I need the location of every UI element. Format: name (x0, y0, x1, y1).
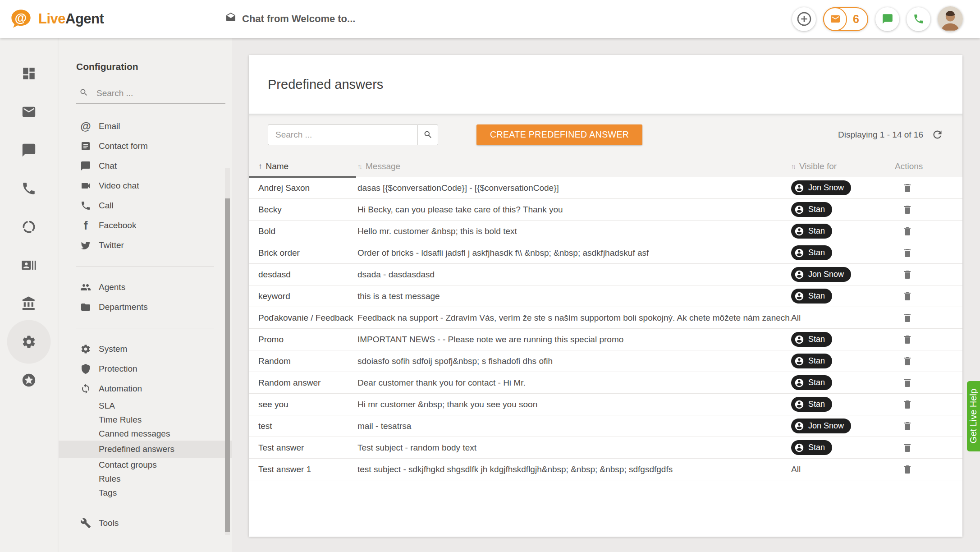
delete-button[interactable] (902, 399, 913, 410)
chats-button[interactable] (875, 7, 899, 31)
config-subitem-canned-messages[interactable]: Canned messages (59, 427, 232, 441)
delete-button[interactable] (902, 421, 913, 432)
rail-item-upgrade[interactable] (17, 368, 41, 392)
table-row[interactable]: Brick orderOrder of bricks - ldsafli jad… (249, 242, 962, 264)
config-item-chat[interactable]: Chat (59, 156, 232, 176)
delete-button[interactable] (902, 313, 913, 323)
column-header-name[interactable]: ↑ Name (249, 161, 357, 171)
table-row[interactable]: Randomsdoiasfo sofih sdfoij spofj&nbsp; … (249, 350, 962, 372)
column-header-visible-for[interactable]: ↑↓ Visible for (791, 161, 895, 171)
rail-item-contacts[interactable] (17, 253, 41, 277)
table-row[interactable]: BoldHello mr. customer &nbsp; this is bo… (249, 221, 962, 242)
user-avatar[interactable] (938, 6, 963, 32)
rail-item-tickets[interactable] (17, 100, 41, 124)
rail-item-chats[interactable] (17, 138, 41, 162)
top-bar: @ LiveAgent Chat from Welcome to... 6 (0, 0, 980, 38)
refresh-button[interactable] (931, 129, 943, 141)
envelope-open-icon (225, 12, 236, 26)
delete-button[interactable] (902, 356, 913, 367)
config-item-twitter[interactable]: Twitter (59, 235, 232, 255)
cell-actions (895, 356, 962, 367)
doc-icon (80, 141, 91, 152)
agent-badge-label: Stan (808, 291, 825, 301)
table-row[interactable]: Random answerDear customer thank you for… (249, 372, 962, 394)
config-item-facebook[interactable]: fFacebook (59, 216, 232, 235)
delete-button[interactable] (902, 377, 913, 388)
config-item-call[interactable]: Call (59, 196, 232, 216)
delete-button[interactable] (902, 442, 913, 453)
table-row[interactable]: Test answerTest subject - random body te… (249, 437, 962, 459)
table-row[interactable]: see youHi mr customer &nbsp; thank you s… (249, 394, 962, 415)
sync-icon (80, 383, 91, 394)
topbar-actions: 6 (792, 6, 963, 32)
table-row[interactable]: keywordthis is a test messageStan (249, 285, 962, 307)
table-row[interactable]: Poďakovanie / FeedbackFeedback na suppor… (249, 307, 962, 329)
table-row[interactable]: Andrej Saxondasas [{$conversationCode}] … (249, 177, 962, 199)
agent-badge-label: Stan (808, 335, 825, 344)
menu-divider (76, 266, 214, 267)
logo-bubble-icon: @ (9, 7, 32, 31)
tickets-counter-button[interactable]: 6 (823, 7, 868, 31)
config-subitem-tags[interactable]: Tags (59, 486, 232, 500)
liveagent-logo[interactable]: @ LiveAgent (9, 7, 104, 31)
rail-item-dashboard[interactable] (17, 62, 41, 85)
config-item-agents[interactable]: Agents (59, 277, 232, 297)
table-row[interactable]: Test answer 1test subject - sdkjfhgkd sh… (249, 459, 962, 480)
config-subitem-sla[interactable]: SLA (59, 399, 232, 413)
delete-button[interactable] (902, 248, 913, 258)
table-search-input[interactable] (268, 124, 417, 145)
create-predefined-answer-button[interactable]: CREATE PREDEFINED ANSWER (476, 124, 642, 145)
config-item-contact-form[interactable]: Contact form (59, 136, 232, 156)
delete-button[interactable] (902, 183, 913, 193)
delete-button[interactable] (902, 291, 913, 302)
config-item-automation[interactable]: Automation (59, 379, 232, 399)
config-item-tools[interactable]: Tools (59, 513, 232, 533)
delete-button[interactable] (902, 226, 913, 237)
rail-item-company[interactable] (17, 292, 41, 315)
config-item-video-chat[interactable]: Video chat (59, 176, 232, 196)
delete-button[interactable] (902, 334, 913, 345)
config-item-system[interactable]: System (59, 339, 232, 359)
delete-button[interactable] (902, 269, 913, 280)
person-icon (794, 378, 804, 388)
config-subitem-rules[interactable]: Rules (59, 472, 232, 486)
cell-message: mail - tesatrsa (357, 421, 791, 431)
config-subitem-predefined-answers[interactable]: Predefined answers (59, 441, 232, 458)
configuration-search-input[interactable] (96, 88, 225, 98)
table-row[interactable]: PromoIMPORTANT NEWS - - Please note we a… (249, 329, 962, 350)
table-row[interactable]: BeckyHi Becky, can you please take care … (249, 199, 962, 221)
config-item-protection[interactable]: Protection (59, 359, 232, 379)
calls-button[interactable] (907, 7, 930, 31)
config-item-departments[interactable]: Departments (59, 297, 232, 317)
config-scrollbar-thumb[interactable] (225, 198, 230, 532)
cell-visible-for: Stan (791, 440, 895, 455)
displaying-group: Displaying 1 - 14 of 16 (838, 129, 943, 141)
cell-name: Promo (249, 335, 357, 345)
rail-item-calls[interactable] (17, 177, 41, 200)
config-item-email[interactable]: @Email (59, 116, 232, 136)
gear-icon (21, 334, 37, 350)
menu-item-label: Contact form (99, 141, 148, 151)
rail-item-settings[interactable] (17, 330, 41, 354)
delete-button[interactable] (902, 204, 913, 215)
configuration-menu: @EmailContact formChatVideo chatCallfFac… (59, 116, 232, 533)
cell-visible-for: Jon Snow (791, 180, 895, 195)
table-search-button[interactable] (417, 124, 438, 145)
trash-icon (902, 248, 913, 258)
table-row[interactable]: desdasddsada - dasdasdasdJon Snow (249, 264, 962, 285)
cell-actions (895, 183, 962, 193)
config-subitem-contact-groups[interactable]: Contact groups (59, 458, 232, 472)
people-icon (80, 282, 91, 293)
column-header-message[interactable]: ↑↓ Message (357, 161, 791, 171)
agent-badge: Jon Snow (791, 267, 851, 282)
rail-item-loop[interactable] (17, 215, 41, 239)
config-subitem-time-rules[interactable]: Time Rules (59, 413, 232, 427)
cell-visible-for: Jon Snow (791, 419, 895, 433)
open-ticket-tab[interactable]: Chat from Welcome to... (225, 0, 355, 38)
cell-message: Feedback na support - Zdravím Vás, verím… (357, 313, 791, 323)
get-live-help-tab[interactable]: Get Live Help (967, 381, 980, 451)
logo-text: LiveAgent (38, 11, 104, 27)
delete-button[interactable] (902, 464, 913, 475)
table-row[interactable]: testmail - tesatrsaJon Snow (249, 415, 962, 437)
add-button[interactable] (792, 7, 816, 31)
